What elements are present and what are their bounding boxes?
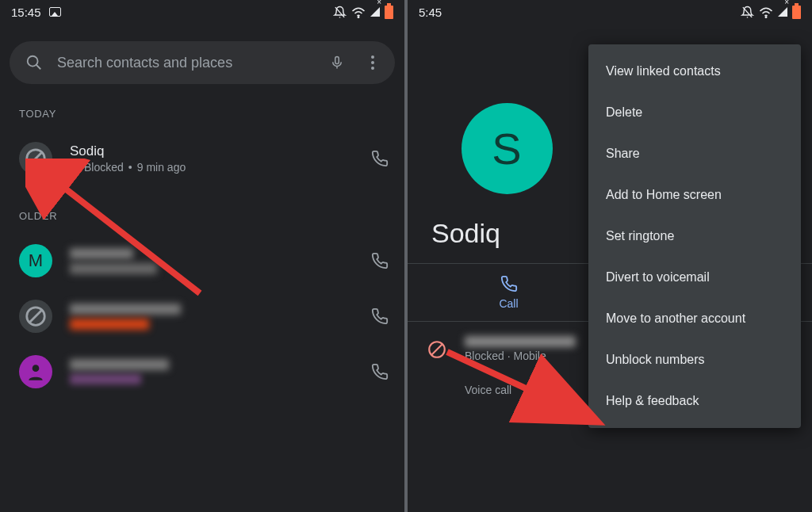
avatar: M [19,244,52,277]
menu-voicemail[interactable]: Divert to voicemail [588,257,801,298]
voice-call-label: Voice call [465,384,511,396]
call-row-sodiq[interactable]: Sodiq Blocked • 9 min ago [0,131,404,186]
blocked-avatar-icon [19,142,52,175]
search-placeholder: Search contacts and places [57,55,316,71]
call-row-older-2[interactable] [0,288,404,344]
contact-avatar: S [462,103,553,194]
svg-line-12 [432,344,442,354]
contact-detail-panel: 5:45 × S Sodiq Call T Blocked · Mobile V… [408,0,812,512]
signal-icon: × [370,7,380,17]
svg-point-1 [28,56,38,67]
bell-off-icon [741,6,754,19]
svg-line-7 [30,311,42,323]
menu-help[interactable]: Help & feedback [588,380,801,422]
section-header-older: OLDER [0,186,404,233]
bell-off-icon [333,6,347,19]
status-time: 15:45 [11,6,41,19]
svg-point-8 [33,365,40,372]
blocked-label: Blocked · Mobile [465,350,576,362]
menu-ringtone[interactable]: Set ringtone [588,216,801,257]
wifi-icon [759,6,773,18]
mic-icon[interactable] [330,54,344,71]
blurred-name [70,248,133,259]
search-bar[interactable]: Search contacts and places [10,41,395,84]
blurred-name [70,359,169,370]
svg-rect-3 [335,57,339,64]
missed-call-icon [70,162,79,172]
overflow-menu: View linked contacts Delete Share Add to… [588,44,801,428]
phone-icon[interactable] [371,150,389,167]
status-bar: 5:45 × [408,0,812,24]
svg-line-5 [30,153,42,165]
avatar [19,355,52,388]
overflow-menu-button[interactable] [358,55,387,70]
menu-home-screen[interactable]: Add to Home screen [588,174,801,216]
phone-icon [500,275,518,292]
status-time: 5:45 [419,6,442,19]
blurred-meta [70,263,157,274]
menu-move-account[interactable]: Move to another account [588,298,801,339]
menu-share[interactable]: Share [588,133,801,174]
status-bar: 15:45 × [0,0,404,24]
call-action[interactable]: Call [408,264,610,321]
signal-icon: × [778,7,787,17]
picture-icon [49,7,61,17]
menu-delete[interactable]: Delete [588,92,801,133]
blocked-avatar-icon [19,300,52,333]
wifi-icon [351,6,366,18]
svg-line-2 [36,65,41,70]
call-row-older-3[interactable] [0,344,404,399]
blurred-meta [70,374,141,384]
recents-panel: 15:45 × Search contacts and places TODAY… [0,0,404,512]
call-name: Sodiq [70,143,354,159]
blocked-icon [427,339,447,360]
section-header-today: TODAY [0,84,404,131]
menu-unblock[interactable]: Unblock numbers [588,339,801,380]
svg-point-10 [765,16,767,17]
phone-icon[interactable] [371,363,389,380]
svg-point-0 [358,16,359,17]
search-icon [25,54,43,71]
phone-icon[interactable] [371,252,389,269]
blurred-number [465,336,576,347]
call-row-older-1[interactable]: M [0,233,404,288]
blurred-name [70,304,181,315]
battery-icon [385,6,393,19]
call-meta: Blocked • 9 min ago [70,161,354,174]
blurred-meta [70,319,149,330]
battery-icon [792,6,801,19]
phone-icon[interactable] [371,308,389,325]
menu-view-linked[interactable]: View linked contacts [588,51,801,92]
